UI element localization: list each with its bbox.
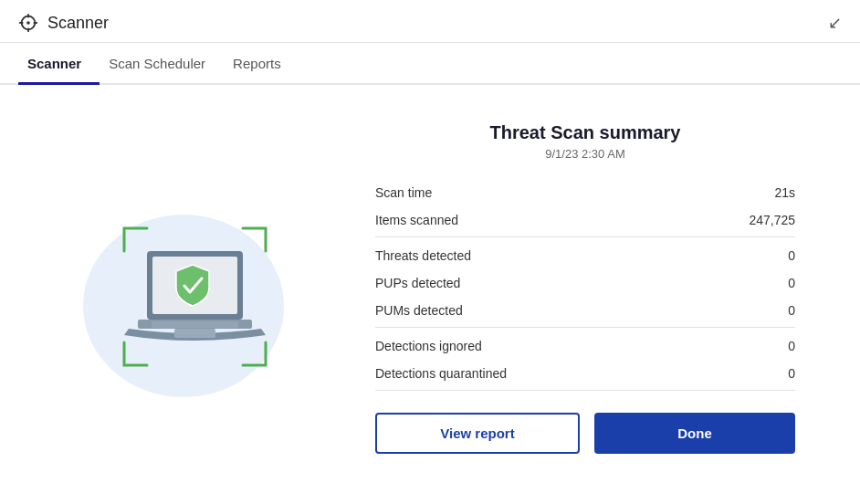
tab-scan-scheduler[interactable]: Scan Scheduler [100,43,224,85]
label-scan-time: Scan time [375,179,686,206]
table-row: Detections ignored 0 [375,327,795,360]
label-pups-detected: PUPs detected [375,269,686,297]
label-threats-detected: Threats detected [375,236,686,269]
tab-bar: Scanner Scan Scheduler Reports [0,43,860,85]
scanner-icon [18,13,38,33]
value-items-scanned: 247,725 [686,206,795,237]
table-row: Scan time 21s [375,179,795,206]
table-row: Detections quarantined 0 [375,360,795,391]
value-scan-time: 21s [686,179,795,206]
summary-date: 9/1/23 2:30 AM [375,147,795,161]
table-row: Items scanned 247,725 [375,206,795,237]
title-bar-left: Scanner [18,13,109,33]
done-button[interactable]: Done [594,413,795,454]
action-buttons: View report Done [375,413,795,454]
main-content: Threat Scan summary 9/1/23 2:30 AM Scan … [0,85,860,490]
label-items-scanned: Items scanned [375,206,686,237]
minimize-icon[interactable]: ↙ [828,13,842,33]
view-report-button[interactable]: View report [375,413,580,454]
value-pums-detected: 0 [686,297,795,328]
value-threats-detected: 0 [686,236,795,269]
laptop-illustration [74,160,311,415]
value-detections-ignored: 0 [686,327,795,360]
table-row: PUMs detected 0 [375,297,795,328]
app-title: Scanner [47,14,109,33]
table-row: PUPs detected 0 [375,269,795,297]
svg-point-5 [27,22,29,24]
tab-reports[interactable]: Reports [224,43,299,85]
table-row: Threats detected 0 [375,236,795,269]
tab-scanner[interactable]: Scanner [18,43,100,85]
illustration-area [65,160,320,415]
summary-title: Threat Scan summary [375,122,795,143]
summary-table: Scan time 21s Items scanned 247,725 Thre… [375,179,795,391]
label-detections-ignored: Detections ignored [375,327,686,360]
label-pums-detected: PUMs detected [375,297,686,328]
svg-rect-10 [152,321,238,328]
value-detections-quarantined: 0 [686,360,795,391]
summary-panel: Threat Scan summary 9/1/23 2:30 AM Scan … [375,122,795,454]
label-detections-quarantined: Detections quarantined [375,360,686,391]
title-bar: Scanner ↙ [0,0,860,43]
svg-rect-11 [174,329,215,338]
value-pups-detected: 0 [686,269,795,297]
